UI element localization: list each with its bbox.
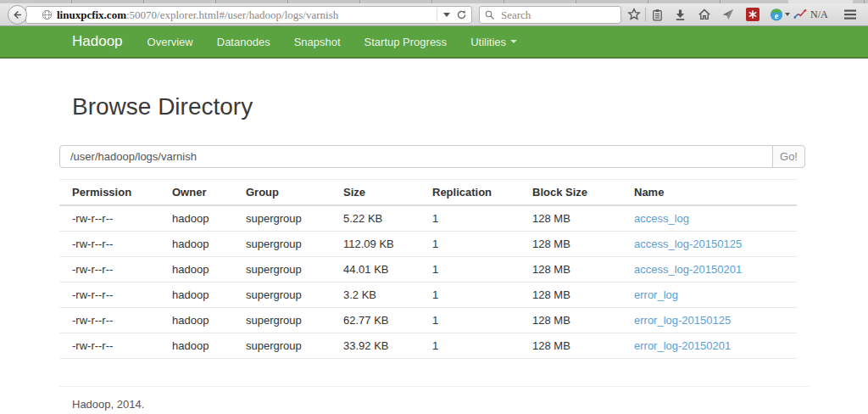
menu-icon[interactable]: [843, 8, 857, 21]
name-cell: error_log: [621, 283, 797, 308]
file-link[interactable]: access_log: [634, 212, 689, 225]
owner-cell: hadoop: [159, 232, 233, 257]
navbar-brand[interactable]: Hadoop: [59, 33, 136, 50]
replication-cell: 1: [420, 257, 520, 283]
owner-cell: hadoop: [159, 308, 233, 333]
file-table: Permission Owner Group Size Replication …: [59, 179, 797, 359]
reload-icon[interactable]: [456, 9, 467, 20]
header-size: Size: [331, 180, 420, 206]
size-cell: 44.01 KB: [331, 257, 420, 283]
file-link[interactable]: error_log-20150201: [634, 339, 731, 352]
replication-cell: 1: [420, 205, 520, 232]
group-cell: supergroup: [233, 333, 331, 359]
chevron-down-icon: [510, 40, 517, 43]
replication-cell: 1: [420, 283, 520, 308]
rank-na-label: N/A: [810, 8, 828, 21]
url-domain: linuxpcfix.com: [57, 8, 126, 21]
group-cell: supergroup: [233, 257, 331, 283]
bookmark-star-icon[interactable]: [627, 8, 641, 21]
permission-cell: -rw-r--r--: [59, 205, 159, 232]
owner-cell: hadoop: [159, 205, 233, 232]
toolbar-separator: [645, 8, 646, 21]
owner-cell: hadoop: [159, 333, 233, 359]
block-size-cell: 128 MB: [520, 333, 621, 359]
group-cell: supergroup: [233, 283, 331, 308]
replication-cell: 1: [420, 232, 520, 257]
header-name: Name: [621, 180, 797, 206]
svg-text:e: e: [775, 10, 779, 20]
header-replication: Replication: [420, 180, 520, 206]
group-cell: supergroup: [233, 232, 331, 257]
permission-cell: -rw-r--r--: [59, 232, 159, 257]
site-globe-icon: [42, 9, 53, 20]
block-size-cell: 128 MB: [520, 205, 621, 232]
bookmarks-menu-icon[interactable]: [650, 8, 664, 21]
owner-cell: hadoop: [159, 283, 233, 308]
page-title: Browse Directory: [72, 94, 809, 120]
send-page-icon[interactable]: [721, 8, 735, 21]
block-size-cell: 128 MB: [520, 283, 621, 308]
group-cell: supergroup: [233, 308, 331, 333]
nav-item-datanodes[interactable]: Datanodes: [205, 36, 282, 48]
footer-divider: [59, 386, 810, 387]
url-history-dropdown-icon[interactable]: [443, 13, 450, 17]
url-bar[interactable]: linuxpcfix.com:50070/explorer.html#/user…: [25, 6, 472, 24]
header-owner: Owner: [159, 180, 233, 206]
nav-item-startup-progress[interactable]: Startup Progress: [353, 36, 459, 48]
file-link[interactable]: error_log: [634, 288, 678, 301]
file-link[interactable]: access_log-20150201: [634, 263, 742, 276]
back-arrow-icon: [12, 9, 23, 20]
search-input[interactable]: [499, 8, 615, 23]
path-input-group: Go!: [59, 145, 805, 168]
url-text[interactable]: linuxpcfix.com:50070/explorer.html#/user…: [57, 8, 437, 22]
size-cell: 62.77 KB: [331, 308, 420, 333]
page-rank-icon[interactable]: [793, 8, 807, 21]
globe-extension-icon[interactable]: e: [770, 8, 783, 21]
name-cell: access_log-20150125: [621, 232, 797, 257]
lastpass-extension-icon[interactable]: [746, 8, 760, 21]
file-link[interactable]: error_log-20150125: [634, 314, 731, 327]
replication-cell: 1: [420, 308, 520, 333]
table-row: -rw-r--r--hadoopsupergroup44.01 KB1128 M…: [59, 257, 797, 283]
nav-item-overview[interactable]: Overview: [136, 36, 205, 48]
url-path: :50070/explorer.html#/user/hadoop/logs/v…: [126, 8, 338, 21]
nav-item-utilities[interactable]: Utilities: [459, 36, 529, 48]
replication-cell: 1: [420, 333, 520, 359]
block-size-cell: 128 MB: [520, 232, 621, 257]
browser-chrome: linuxpcfix.com:50070/explorer.html#/user…: [0, 0, 868, 26]
header-block-size: Block Size: [520, 180, 621, 206]
nav-item-snapshot[interactable]: Snapshot: [282, 36, 353, 48]
extension-dropdown-icon[interactable]: [785, 13, 790, 16]
browser-toolbar: linuxpcfix.com:50070/explorer.html#/user…: [0, 3, 868, 26]
downloads-icon[interactable]: [673, 8, 687, 21]
go-button[interactable]: Go!: [772, 145, 805, 168]
name-cell: error_log-20150125: [621, 308, 797, 333]
page-content: Browse Directory Go! Permission Owner Gr…: [0, 94, 868, 411]
permission-cell: -rw-r--r--: [59, 283, 159, 308]
size-cell: 33.92 KB: [331, 333, 420, 359]
size-cell: 112.09 KB: [331, 232, 420, 257]
home-icon[interactable]: [698, 8, 711, 21]
block-size-cell: 128 MB: [520, 308, 621, 333]
permission-cell: -rw-r--r--: [59, 257, 159, 283]
table-row: -rw-r--r--hadoopsupergroup112.09 KB1128 …: [59, 232, 797, 257]
group-cell: supergroup: [233, 205, 331, 232]
table-row: -rw-r--r--hadoopsupergroup62.77 KB1128 M…: [59, 308, 797, 333]
header-group: Group: [233, 180, 331, 206]
back-button[interactable]: [8, 5, 27, 25]
size-cell: 5.22 KB: [331, 205, 420, 232]
name-cell: access_log-20150201: [621, 257, 797, 283]
file-link[interactable]: access_log-20150125: [634, 238, 742, 250]
size-cell: 3.2 KB: [331, 283, 420, 308]
block-size-cell: 128 MB: [520, 257, 621, 283]
footer-text: Hadoop, 2014.: [72, 398, 809, 411]
file-table-body: -rw-r--r--hadoopsupergroup5.22 KB1128 MB…: [59, 205, 797, 359]
header-permission: Permission: [59, 180, 159, 206]
directory-path-input[interactable]: [59, 145, 773, 168]
search-icon: [485, 10, 495, 20]
search-box[interactable]: [479, 6, 621, 24]
permission-cell: -rw-r--r--: [59, 308, 159, 333]
table-row: -rw-r--r--hadoopsupergroup5.22 KB1128 MB…: [59, 205, 797, 232]
hadoop-navbar: Hadoop Overview Datanodes Snapshot Start…: [0, 26, 868, 59]
toolbar-icons: e N/A: [627, 3, 857, 25]
